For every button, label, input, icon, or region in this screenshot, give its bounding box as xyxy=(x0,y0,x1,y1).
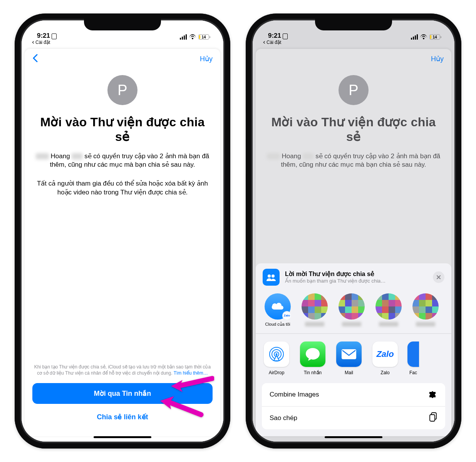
action-label: Sao chép xyxy=(270,414,297,422)
back-button[interactable] xyxy=(32,53,39,65)
app-label: Tin nhắn xyxy=(304,370,322,375)
puzzle-icon xyxy=(428,390,437,400)
sim-icon xyxy=(52,33,57,39)
svg-point-0 xyxy=(268,275,271,278)
action-label: Combine Images xyxy=(270,391,319,398)
share-title: Lời mời Thư viện được chia sẻ xyxy=(285,270,427,278)
share-link-button[interactable]: Chia sẻ liên kết xyxy=(32,408,213,426)
share-app-icon xyxy=(263,269,280,286)
share-subtitle: Ẩn muốn bạn tham gia Thư viện được chia… xyxy=(285,278,427,284)
share-app-zalo[interactable]: ZaloZalo xyxy=(371,341,399,375)
page-title: Mời vào Thư viện được chia sẻ xyxy=(34,115,211,144)
share-app-messages[interactable]: Tin nhắn xyxy=(299,341,327,375)
svg-rect-6 xyxy=(342,349,356,359)
battery-icon: 14 xyxy=(198,34,210,40)
avatar: P xyxy=(107,75,137,105)
learn-more-link[interactable]: Tìm hiểu thêm… xyxy=(174,370,208,376)
share-app-mail[interactable]: Mail xyxy=(335,341,363,375)
app-label: Fac xyxy=(409,370,417,375)
share-app-airdrop[interactable]: AirDrop xyxy=(263,341,290,375)
svg-point-1 xyxy=(272,275,275,278)
svg-point-5 xyxy=(276,353,278,355)
airdrop-icon xyxy=(264,341,289,367)
app-label: Zalo xyxy=(380,370,389,375)
svg-rect-8 xyxy=(430,415,435,421)
app-label: Mail xyxy=(345,370,353,375)
invite-messages-button[interactable]: Mời qua Tin nhắn xyxy=(32,383,213,404)
share-contact[interactable]: ZaloCloud của tôi xyxy=(263,293,293,326)
contact-label: Cloud của tôi xyxy=(265,322,290,326)
phone-left: 9:21 14 Cài đặt Hủy P Mời vào Thư viện đ… xyxy=(15,13,230,449)
share-contact[interactable] xyxy=(411,293,441,326)
contact-label xyxy=(416,322,435,326)
home-indicator[interactable] xyxy=(325,436,382,438)
cellular-icon xyxy=(180,34,187,40)
description-1: Hoang sẽ có quyền truy cập vào 2 ảnh mà … xyxy=(34,152,211,170)
status-bar: 9:21 14 xyxy=(22,20,223,40)
share-contact[interactable] xyxy=(337,293,367,326)
share-contact[interactable] xyxy=(300,293,330,326)
facebook-icon xyxy=(407,341,419,367)
messages-icon xyxy=(300,341,325,367)
home-indicator[interactable] xyxy=(94,436,151,438)
contact-label xyxy=(305,322,324,326)
app-label: AirDrop xyxy=(269,370,285,375)
wifi-icon xyxy=(189,34,196,40)
action-copy[interactable]: Sao chép xyxy=(262,406,445,429)
share-sheet: Lời mời Thư viện được chia sẻ Ẩn muốn bạ… xyxy=(256,263,451,436)
description-2: Tất cả người tham gia đều có thể sửa hoặ… xyxy=(34,179,211,197)
status-time: 9:21 xyxy=(37,32,50,40)
contact-badge: Zalo xyxy=(282,311,292,320)
cancel-button[interactable]: Hủy xyxy=(200,55,213,63)
action-puzzle[interactable]: Combine Images xyxy=(262,383,445,406)
share-contact[interactable] xyxy=(374,293,404,326)
zalo-icon: Zalo xyxy=(372,341,398,367)
contact-label xyxy=(379,322,398,326)
contact-label xyxy=(342,322,361,326)
share-close-button[interactable] xyxy=(433,271,444,283)
fine-print: Khi bạn tạo Thư viện được chia sẻ, iClou… xyxy=(32,364,213,376)
phone-right: 9:21 14 Cài đặt Hủy P Mời vào Thư viện đ… xyxy=(246,13,461,449)
status-bar: 9:21 14 xyxy=(253,20,454,40)
mail-icon xyxy=(336,341,362,367)
copy-icon xyxy=(429,412,437,424)
share-app-facebook[interactable]: Fac xyxy=(407,341,419,375)
